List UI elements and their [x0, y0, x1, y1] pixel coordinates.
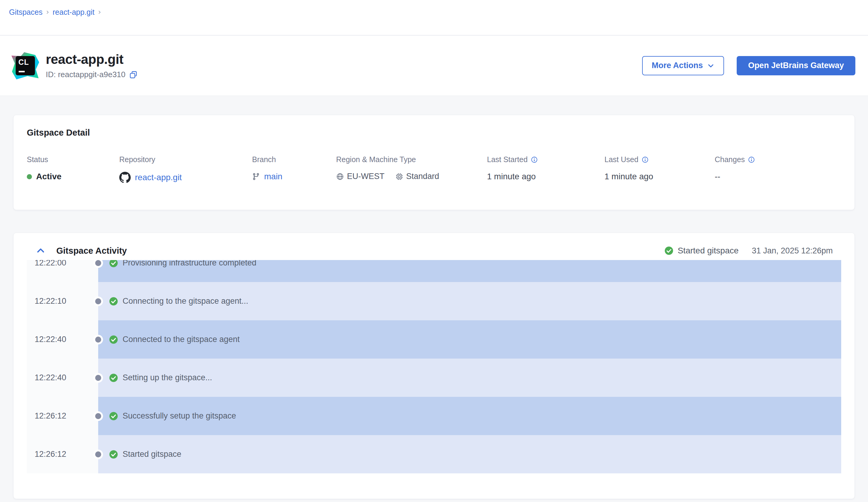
timeline-dot-icon	[95, 451, 101, 458]
last-started-label: Last Started	[487, 155, 528, 164]
log-row-time: 12:22:00	[27, 260, 98, 282]
breadcrumb-link-gitspace[interactable]: react-app.git	[53, 8, 95, 17]
open-jetbrains-gateway-button[interactable]: Open JetBrains Gateway	[737, 56, 855, 75]
region-value: EU-WEST	[347, 172, 385, 181]
clion-logo-icon: CL	[11, 52, 39, 80]
check-circle-icon	[109, 373, 118, 382]
check-circle-icon	[109, 450, 118, 459]
log-row-time: 12:22:10	[27, 282, 98, 320]
breadcrumb-separator: ›	[98, 8, 101, 16]
activity-log-row: 12:22:40 Setting up the gitspace...	[27, 359, 841, 397]
last-started-value: 1 minute ago	[487, 172, 604, 181]
activity-timestamp: 31 Jan, 2025 12:26pm	[752, 246, 833, 256]
git-branch-icon	[252, 173, 260, 181]
log-row-message: Connected to the gitspace agent	[123, 335, 240, 344]
log-row-message: Setting up the gitspace...	[123, 373, 212, 382]
info-icon[interactable]	[641, 156, 649, 163]
branch-label: Branch	[252, 155, 336, 164]
activity-log-row: 12:22:40 Connected to the gitspace agent	[27, 320, 841, 359]
check-circle-icon	[109, 335, 118, 344]
log-row-time: 12:22:40	[27, 359, 98, 397]
changes-label: Changes	[715, 155, 745, 164]
activity-status-badge: Started gitspace	[664, 246, 738, 256]
log-row-message: Started gitspace	[123, 450, 181, 459]
repository-label: Repository	[119, 155, 252, 164]
machine-type-icon	[395, 173, 403, 181]
check-circle-icon	[109, 297, 118, 306]
activity-log[interactable]: 12:22:00 Provisioning infrastructure com…	[27, 260, 841, 475]
timeline-dot-icon	[95, 413, 101, 419]
changes-value: --	[715, 172, 841, 181]
activity-log-row: 12:22:00 Provisioning infrastructure com…	[27, 260, 841, 282]
log-row-time: 12:22:40	[27, 320, 98, 359]
log-row-message: Successfully setup the gitspace	[123, 411, 236, 421]
branch-link[interactable]: main	[264, 172, 282, 181]
timeline-dot-icon	[95, 298, 101, 304]
info-icon[interactable]	[531, 156, 538, 163]
check-circle-icon	[664, 246, 673, 255]
chevron-up-icon	[36, 246, 45, 256]
collapse-activity-button[interactable]	[36, 246, 45, 256]
copy-icon[interactable]	[129, 71, 138, 79]
gitspace-detail-card: Gitspace Detail Status Active Repository	[13, 115, 855, 210]
last-used-label: Last Used	[604, 155, 639, 164]
gitspace-id: ID: reactappgit-a9e310	[46, 70, 126, 79]
breadcrumb-link-gitspaces[interactable]: Gitspaces	[9, 8, 42, 17]
detail-card-title: Gitspace Detail	[27, 128, 841, 138]
timeline-dot-icon	[95, 337, 101, 342]
activity-log-row: 12:22:10 Connecting to the gitspace agen…	[27, 282, 841, 320]
status-dot-icon	[27, 174, 32, 179]
github-icon	[119, 172, 131, 183]
gitspace-activity-card: Gitspace Activity Started gitspace 31 Ja…	[13, 233, 855, 499]
activity-card-title: Gitspace Activity	[56, 246, 127, 256]
page-header: CL react-app.git ID: reactappgit-a9e310 …	[0, 35, 868, 96]
timeline-dot-icon	[95, 260, 101, 266]
status-label: Status	[27, 155, 119, 164]
log-row-time: 12:26:12	[27, 435, 98, 473]
log-row-message: Provisioning infrastructure completed	[123, 260, 256, 268]
repository-link[interactable]: react-app.git	[135, 173, 182, 182]
chevron-down-icon	[707, 62, 714, 69]
last-used-value: 1 minute ago	[604, 172, 715, 181]
check-circle-icon	[109, 412, 118, 421]
region-machine-label: Region & Machine Type	[336, 155, 487, 164]
info-icon[interactable]	[748, 156, 755, 163]
page-title: react-app.git	[46, 52, 138, 67]
breadcrumb-separator: ›	[46, 8, 49, 16]
activity-log-row: 12:26:12 Successfully setup the gitspace	[27, 397, 841, 435]
activity-log-row: 12:26:12 Started gitspace	[27, 435, 841, 473]
breadcrumb: Gitspaces › react-app.git ›	[0, 0, 868, 35]
machine-type-value: Standard	[406, 172, 440, 181]
status-value: Active	[36, 172, 61, 181]
log-row-message: Connecting to the gitspace agent...	[123, 297, 248, 306]
globe-icon	[336, 173, 344, 181]
check-circle-icon	[109, 260, 118, 268]
more-actions-button[interactable]: More Actions	[642, 56, 724, 75]
log-row-time: 12:26:12	[27, 397, 98, 435]
timeline-dot-icon	[95, 375, 101, 381]
